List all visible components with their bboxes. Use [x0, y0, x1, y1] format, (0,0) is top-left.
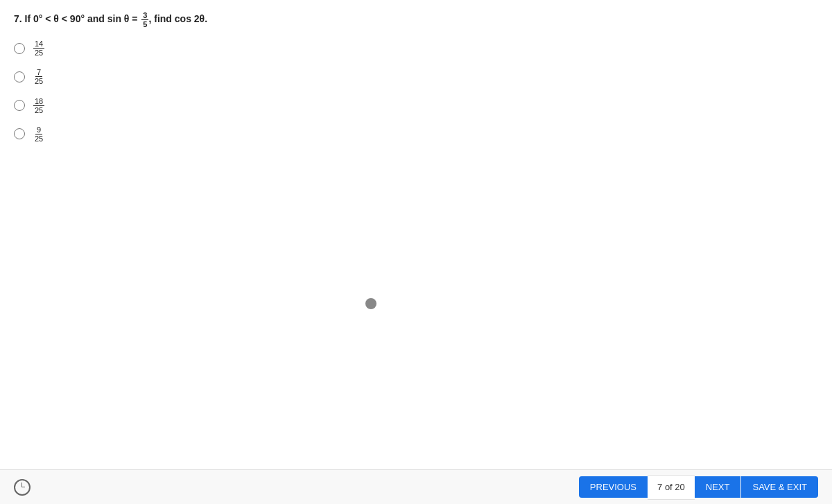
question-text: 7. If 0° < θ < 90° and sin θ = 35, find … — [14, 11, 818, 28]
radio-a[interactable] — [14, 43, 25, 54]
previous-button[interactable]: PREVIOUS — [579, 476, 648, 498]
option-b-label: 7 25 — [32, 68, 44, 85]
page-indicator: 7 of 20 — [648, 475, 695, 500]
fraction-b-num: 7 — [35, 68, 42, 77]
save-exit-button[interactable]: SAVE & EXIT — [741, 476, 818, 498]
sin-denominator: 5 — [141, 20, 148, 28]
question-prefix: 7. If 0° < θ < 90° and sin θ = — [14, 13, 140, 24]
option-d[interactable]: 9 25 — [14, 125, 818, 143]
fraction-c-den: 25 — [33, 106, 44, 114]
footer-right: PREVIOUS 7 of 20 NEXT SAVE & EXIT — [579, 475, 818, 500]
fraction-a-num: 14 — [33, 40, 44, 49]
footer-left — [14, 479, 31, 496]
fraction-d: 9 25 — [33, 125, 44, 143]
option-c-label: 18 25 — [32, 97, 44, 114]
clock-icon — [14, 479, 31, 496]
fraction-d-den: 25 — [33, 134, 44, 143]
next-button[interactable]: NEXT — [695, 476, 741, 498]
option-c[interactable]: 18 25 — [14, 97, 818, 114]
sin-numerator: 3 — [141, 11, 148, 20]
fraction-c: 18 25 — [33, 97, 44, 114]
fraction-c-num: 18 — [33, 97, 44, 106]
option-b[interactable]: 7 25 — [14, 68, 818, 85]
radio-b[interactable] — [14, 71, 25, 82]
fraction-a-den: 25 — [33, 49, 44, 57]
fraction-b-den: 25 — [33, 77, 44, 85]
radio-c[interactable] — [14, 100, 25, 111]
question-suffix: , find cos 2θ. — [148, 13, 207, 24]
option-a-label: 14 25 — [32, 40, 44, 57]
option-a[interactable]: 14 25 — [14, 40, 818, 57]
options-list: 14 25 7 25 18 25 — [14, 40, 818, 143]
fraction-a: 14 25 — [33, 40, 44, 57]
fraction-b: 7 25 — [33, 68, 44, 85]
sin-fraction: 35 — [141, 11, 148, 28]
option-d-label: 9 25 — [32, 125, 44, 143]
fraction-d-num: 9 — [35, 125, 42, 134]
center-circle — [365, 298, 376, 309]
footer: PREVIOUS 7 of 20 NEXT SAVE & EXIT — [0, 469, 832, 504]
radio-d[interactable] — [14, 128, 25, 139]
question-area: 7. If 0° < θ < 90° and sin θ = 35, find … — [0, 0, 832, 165]
